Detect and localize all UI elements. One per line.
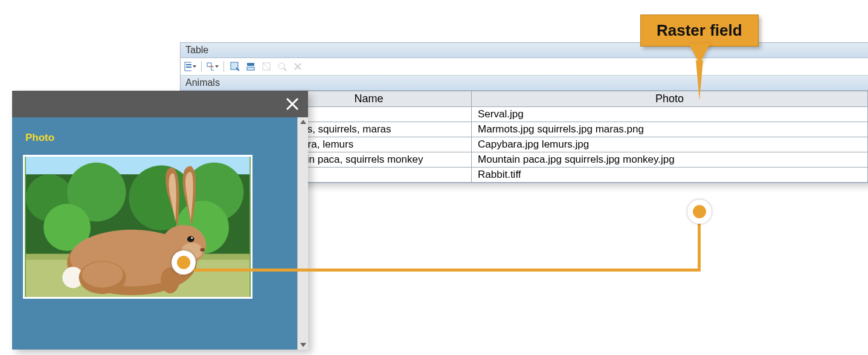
switch-selection-button[interactable] [245, 60, 257, 73]
popup-scrollbar[interactable] [297, 117, 308, 350]
connector-line [698, 219, 701, 272]
scroll-down-icon[interactable] [300, 343, 306, 347]
svg-rect-2 [186, 67, 191, 68]
cell-photo[interactable]: Mountain paca.jpg squirrels.jpg monkey.j… [472, 152, 868, 168]
select-by-attributes-button[interactable] [229, 60, 241, 73]
popup-content: Photo [12, 117, 297, 350]
svg-rect-3 [207, 63, 211, 67]
clear-selection-button[interactable] [260, 60, 272, 73]
table-options-button[interactable] [184, 60, 196, 73]
table-toolbar [181, 58, 868, 76]
svg-rect-4 [211, 67, 214, 70]
popup-photo-heading: Photo [25, 132, 286, 144]
svg-point-32 [191, 237, 193, 239]
svg-point-31 [187, 236, 194, 243]
connector-marker [172, 250, 196, 275]
popup-body: Photo [12, 117, 308, 350]
scroll-up-icon[interactable] [300, 120, 306, 124]
callout-raster-field: Raster field [640, 15, 759, 47]
svg-point-36 [82, 262, 123, 288]
photo-popup-window: Photo [12, 91, 308, 350]
svg-rect-1 [186, 64, 191, 65]
table-layer-name: Animals [181, 76, 868, 91]
svg-rect-6 [247, 63, 254, 66]
photo-preview[interactable] [23, 155, 252, 299]
related-tables-button[interactable] [207, 60, 219, 73]
zoom-to-selection-button[interactable] [276, 60, 288, 73]
popup-titlebar[interactable] [12, 91, 308, 117]
popup-close-button[interactable] [283, 94, 302, 114]
rabbit-image [25, 157, 251, 297]
svg-rect-7 [247, 67, 254, 70]
table-window-title: Table [181, 43, 868, 58]
cell-photo[interactable]: Marmots.jpg squirrels.jpg maras.png [472, 122, 868, 137]
svg-point-10 [278, 63, 285, 69]
svg-line-9 [263, 63, 270, 70]
col-header-photo[interactable]: Photo [472, 91, 868, 107]
connector-marker [687, 200, 712, 224]
svg-line-11 [284, 68, 286, 71]
connector-line [193, 269, 701, 272]
svg-point-33 [200, 248, 205, 252]
close-icon [285, 96, 300, 112]
callout-pointer-tip [696, 60, 703, 100]
close-table-button[interactable] [292, 60, 304, 73]
cell-photo[interactable]: Capybara.jpg lemurs.jpg [472, 137, 868, 152]
cell-photo[interactable]: Rabbit.tiff [472, 168, 868, 183]
cell-photo[interactable]: Serval.jpg [472, 107, 868, 122]
